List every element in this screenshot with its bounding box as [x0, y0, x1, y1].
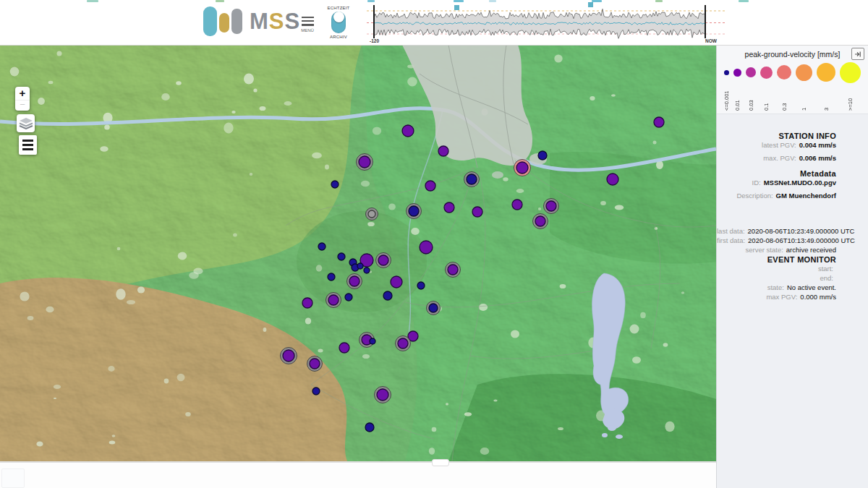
station-marker[interactable]	[302, 298, 312, 308]
station-marker[interactable]	[607, 174, 618, 185]
station-marker[interactable]	[370, 338, 375, 344]
info-row: max PGV:0.000 mm/s	[717, 292, 836, 301]
station-marker[interactable]	[425, 181, 435, 191]
station-marker[interactable]	[378, 255, 388, 265]
station-marker[interactable]	[328, 273, 335, 281]
station-marker[interactable]	[318, 243, 326, 250]
station-info-title: STATION INFO	[717, 132, 836, 140]
seismogram-stripchart[interactable]: -120 NOW	[365, 0, 727, 45]
station-marker[interactable]	[359, 156, 370, 168]
layers-button[interactable]	[17, 114, 35, 132]
terrain-map[interactable]	[0, 45, 716, 461]
station-marker[interactable]	[402, 125, 414, 137]
legend-circle	[840, 62, 861, 83]
logo-bar-gray	[231, 9, 242, 34]
legend-label: 3	[824, 85, 830, 111]
event-marker[interactable]	[588, 2, 593, 7]
hamburger-icon	[302, 17, 314, 19]
station-marker[interactable]	[438, 146, 448, 156]
info-label: max PGV:	[766, 293, 797, 301]
info-row: last data:2020-08-06T10:23:49.000000 UTC	[717, 226, 836, 236]
legend-circle	[724, 70, 729, 75]
station-marker[interactable]	[409, 206, 419, 216]
station-marker[interactable]	[377, 389, 388, 401]
station-marker[interactable]	[417, 282, 425, 289]
station-marker[interactable]	[310, 359, 320, 369]
station-marker[interactable]	[429, 304, 438, 312]
mode-toggle-switch[interactable]	[331, 12, 346, 33]
station-marker[interactable]	[283, 350, 294, 361]
info-value: 2020-08-06T10:23:49.000000 UTC	[748, 227, 855, 235]
station-marker[interactable]	[546, 201, 556, 211]
info-row: state:No active event.	[717, 283, 836, 292]
stripchart-start-label: -120	[370, 38, 379, 43]
info-value: MSSNet.MUDO.00.pgv	[764, 179, 836, 187]
info-label: first data:	[717, 236, 745, 244]
station-marker[interactable]	[420, 241, 433, 254]
info-label: server state:	[746, 246, 783, 254]
station-marker[interactable]	[339, 343, 349, 353]
station-marker[interactable]	[328, 295, 339, 305]
panel-drag-handle[interactable]	[432, 459, 449, 466]
station-marker[interactable]	[448, 265, 458, 275]
station-marker[interactable]	[391, 276, 402, 288]
station-marker[interactable]	[364, 267, 370, 273]
legend-item: 3	[817, 61, 835, 111]
station-marker[interactable]	[472, 207, 482, 217]
toggle-label-echtzeit: ECHTZEIT	[321, 6, 356, 10]
legend-circle	[733, 69, 741, 77]
station-marker[interactable]	[365, 423, 374, 432]
sidebar-collapse-button[interactable]	[851, 48, 864, 60]
event-monitor-panel: EVENT MONITOR start:end:state:No active …	[717, 255, 868, 301]
logo-wordmark: MSS	[250, 10, 300, 33]
map-canvas[interactable]: + −	[0, 45, 716, 461]
info-value: No active event.	[787, 283, 836, 291]
legend-circle	[796, 64, 812, 81]
info-value: 0.006 mm/s	[799, 154, 836, 162]
realtime-archive-toggle: ECHTZEIT ARCHIV	[321, 6, 356, 39]
stripchart-plot	[365, 0, 727, 45]
legend-label: <=0.001	[724, 85, 730, 111]
station-marker[interactable]	[312, 388, 320, 395]
station-marker[interactable]	[345, 294, 352, 301]
toggle-label-archiv: ARCHIV	[321, 35, 356, 39]
station-marker[interactable]	[654, 117, 664, 127]
legend-label: 0.01	[735, 85, 741, 111]
station-marker[interactable]	[368, 210, 375, 218]
map-menu-button[interactable]	[19, 135, 37, 155]
station-marker[interactable]	[383, 291, 392, 300]
station-marker[interactable]	[357, 263, 363, 269]
bottom-strip	[0, 461, 716, 488]
legend-circle	[777, 65, 791, 80]
data-status-panel: last data:2020-08-06T10:23:49.000000 UTC…	[717, 226, 868, 254]
station-marker[interactable]	[516, 162, 528, 174]
info-row: max. PGV:0.006 mm/s	[717, 153, 836, 163]
zoom-out-button[interactable]: −	[15, 100, 30, 111]
station-marker[interactable]	[331, 181, 339, 188]
station-marker[interactable]	[338, 253, 345, 260]
station-marker[interactable]	[512, 200, 522, 210]
tick-mark	[739, 0, 749, 2]
station-marker[interactable]	[444, 202, 454, 213]
info-value: 0.000 mm/s	[800, 293, 836, 301]
station-marker[interactable]	[535, 216, 545, 226]
menu-button[interactable]: MENÜ	[296, 14, 319, 33]
station-marker[interactable]	[349, 276, 359, 286]
event-marker[interactable]	[454, 5, 459, 10]
info-label: max. PGV:	[763, 154, 796, 162]
station-marker[interactable]	[538, 151, 547, 160]
app-logo[interactable]: MSS	[203, 7, 300, 36]
pgv-legend: peak-ground-velocity [mm/s] <=0.0010.010…	[717, 45, 868, 114]
info-label: start:	[818, 265, 833, 273]
legend-scale: <=0.0010.010.030.10.313>=10	[723, 61, 862, 111]
info-value: 0.004 mm/s	[799, 141, 836, 149]
legend-item: 1	[796, 61, 812, 111]
toggle-knob	[333, 12, 344, 22]
logo-bar-yellow	[219, 13, 229, 33]
legend-item: 0.3	[777, 61, 791, 111]
station-marker[interactable]	[467, 174, 477, 184]
info-value: archive received	[786, 246, 836, 254]
info-row: latest PGV:0.004 mm/s	[717, 140, 836, 150]
station-marker[interactable]	[398, 338, 408, 348]
info-value: 2020-08-06T10:13:49.000000 UTC	[748, 236, 855, 244]
